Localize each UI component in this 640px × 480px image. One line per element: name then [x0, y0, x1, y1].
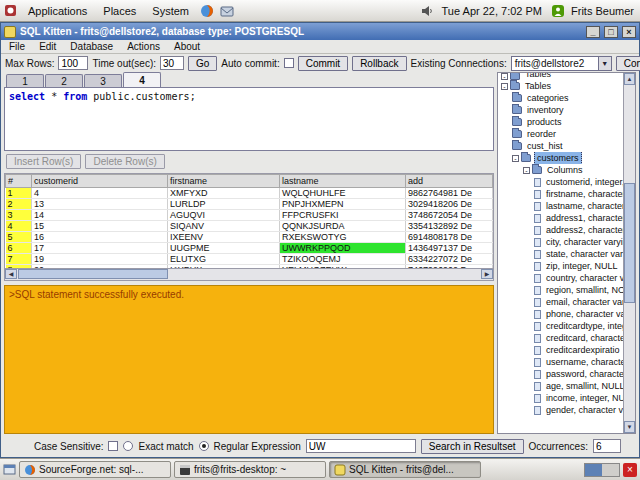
show-desktop-icon[interactable]: [3, 463, 16, 476]
tree-node-label[interactable]: address1, character: [544, 212, 623, 224]
tree-node-label[interactable]: phone, character var: [544, 308, 623, 320]
chevron-down-icon[interactable]: ▼: [598, 57, 611, 70]
close-button[interactable]: ×: [622, 26, 636, 38]
exact-match-radio[interactable]: [123, 441, 133, 451]
scroll-up-icon[interactable]: ▲: [624, 73, 635, 85]
auto-commit-checkbox[interactable]: [284, 58, 294, 68]
tree-node-column[interactable]: address2, character: [498, 224, 623, 236]
cell-firstname[interactable]: LURLDP: [168, 199, 280, 210]
cell-firstname[interactable]: UUGPME: [168, 243, 280, 254]
tree-node-column[interactable]: region, smallint, NOT: [498, 284, 623, 296]
insert-rows-button[interactable]: Insert Row(s): [6, 154, 81, 169]
cell-customerid[interactable]: 14: [32, 210, 168, 221]
tree-node-table[interactable]: categories: [498, 92, 623, 104]
max-rows-input[interactable]: [58, 56, 88, 70]
tree-node-column[interactable]: password, character: [498, 368, 623, 380]
tree-expander-icon[interactable]: -: [501, 73, 508, 80]
cell-address[interactable]: 3748672054 De: [406, 210, 493, 221]
menu-database[interactable]: Database: [64, 41, 119, 52]
tree-node-label[interactable]: city, character varyin: [544, 236, 623, 248]
tree-node-column[interactable]: state, character vary: [498, 248, 623, 260]
table-row[interactable]: 516IXEENVRXEKSWOTYG6914808178 De: [6, 232, 493, 243]
maximize-button[interactable]: □: [604, 26, 618, 38]
tree-node-column[interactable]: gender, character va: [498, 404, 623, 416]
cell-address[interactable]: 1436497137 De: [406, 243, 493, 254]
timeout-input[interactable]: [160, 56, 184, 70]
scroll-right-icon[interactable]: ▶: [481, 269, 493, 279]
cell-customerid[interactable]: 4: [32, 188, 168, 199]
cell-customerid[interactable]: 13: [32, 199, 168, 210]
minimize-button[interactable]: _: [586, 26, 600, 38]
workspace-switcher[interactable]: [584, 463, 620, 477]
tree-node-column[interactable]: customerid, integer,: [498, 176, 623, 188]
cell-lastname[interactable]: FFPCRUSFKI: [280, 210, 406, 221]
row-number-cell[interactable]: 2: [6, 199, 32, 210]
trash-icon[interactable]: ×: [623, 463, 637, 477]
tree-node-label[interactable]: gender, character va: [544, 404, 623, 416]
cell-firstname[interactable]: XMFYXD: [168, 188, 280, 199]
cell-address[interactable]: 9862764981 De: [406, 188, 493, 199]
rollback-button[interactable]: Rollback: [352, 56, 406, 71]
row-number-cell[interactable]: 6: [6, 243, 32, 254]
row-number-cell[interactable]: 7: [6, 254, 32, 265]
case-sensitive-checkbox[interactable]: [108, 441, 118, 451]
tree-node-table[interactable]: cust_hist: [498, 140, 623, 152]
tree-node-column[interactable]: address1, character: [498, 212, 623, 224]
tree-node-label[interactable]: categories: [525, 92, 571, 104]
titlebar[interactable]: SQL Kitten - frits@dellstore2, database …: [1, 23, 639, 40]
table-row[interactable]: 617UUGPMEUWWRKPPQOD1436497137 De: [6, 243, 493, 254]
volume-icon[interactable]: [421, 5, 433, 17]
delete-rows-button[interactable]: Delete Row(s): [85, 154, 164, 169]
cell-firstname[interactable]: IXEENV: [168, 232, 280, 243]
tree-node-column[interactable]: phone, character var: [498, 308, 623, 320]
tree-node-label[interactable]: Columns: [545, 164, 585, 176]
tree-expander-icon[interactable]: -: [523, 167, 530, 174]
tree-node-column[interactable]: creditcardtype, integ: [498, 320, 623, 332]
tree-node-label[interactable]: email, character vary: [544, 296, 623, 308]
menu-actions[interactable]: Actions: [121, 41, 166, 52]
tree-node-column[interactable]: zip, integer, NULL: [498, 260, 623, 272]
cell-lastname[interactable]: RXEKSWOTYG: [280, 232, 406, 243]
cell-customerid[interactable]: 16: [32, 232, 168, 243]
tree-node-label[interactable]: customers: [534, 152, 582, 164]
tree-node-label[interactable]: state, character vary: [544, 248, 623, 260]
tree-node-label[interactable]: income, integer, NUL: [544, 392, 623, 404]
tree-node-column[interactable]: firstname, character: [498, 188, 623, 200]
tree-node-label[interactable]: age, smallint, NULL: [544, 380, 623, 392]
row-number-cell[interactable]: 5: [6, 232, 32, 243]
cell-lastname[interactable]: UWWRKPPQOD: [280, 243, 406, 254]
menu-about[interactable]: About: [168, 41, 206, 52]
tree-node-label[interactable]: firstname, character: [544, 188, 623, 200]
cell-address[interactable]: 6334227072 De: [406, 254, 493, 265]
sql-editor[interactable]: select * from public.customers;: [4, 87, 494, 151]
tree-node-label[interactable]: creditcardtype, integ: [544, 320, 623, 332]
cell-lastname[interactable]: QQNKJSURDA: [280, 221, 406, 232]
go-button[interactable]: Go: [188, 56, 217, 71]
tree-node-label[interactable]: creditcardexpiratio: [544, 344, 622, 356]
tree-node-column[interactable]: creditcard, character: [498, 332, 623, 344]
tree-node-label[interactable]: cust_hist: [525, 140, 565, 152]
applications-menu[interactable]: Applications: [23, 4, 92, 18]
task-sql-kitten[interactable]: SQL Kitten - frits@del...: [329, 461, 481, 478]
task-terminal[interactable]: frits@frits-desktop: ~: [174, 461, 326, 478]
search-in-resultset-button[interactable]: Search in Resultset: [421, 439, 524, 454]
tab-1[interactable]: 1: [6, 74, 44, 87]
cell-firstname[interactable]: SIQANV: [168, 221, 280, 232]
cell-customerid[interactable]: 15: [32, 221, 168, 232]
table-row[interactable]: 213LURLDPPNPJHXMEPN3029418206 De: [6, 199, 493, 210]
menu-file[interactable]: File: [3, 41, 31, 52]
tree-node-table[interactable]: products: [498, 116, 623, 128]
table-row[interactable]: 314AGUQVIFFPCRUSFKI3748672054 De: [6, 210, 493, 221]
cell-lastname[interactable]: WQLQHUHLFE: [280, 188, 406, 199]
tree-vertical-scrollbar[interactable]: ▲ ▼: [623, 73, 635, 433]
tree-node-label[interactable]: password, character: [544, 368, 623, 380]
tree-node-column[interactable]: lastname, character: [498, 200, 623, 212]
tree-node-label[interactable]: region, smallint, NOT: [544, 284, 623, 296]
table-row[interactable]: 719ELUTXGTZIKOOQEMJ6334227072 De: [6, 254, 493, 265]
clock[interactable]: Tue Apr 22, 7:02 PM: [439, 5, 545, 17]
column-header-num[interactable]: #: [6, 175, 32, 188]
tab-3[interactable]: 3: [84, 74, 122, 87]
column-header-lastname[interactable]: lastname: [280, 175, 406, 188]
scroll-left-icon[interactable]: ◀: [5, 269, 17, 279]
tree-node-column[interactable]: city, character varyin: [498, 236, 623, 248]
